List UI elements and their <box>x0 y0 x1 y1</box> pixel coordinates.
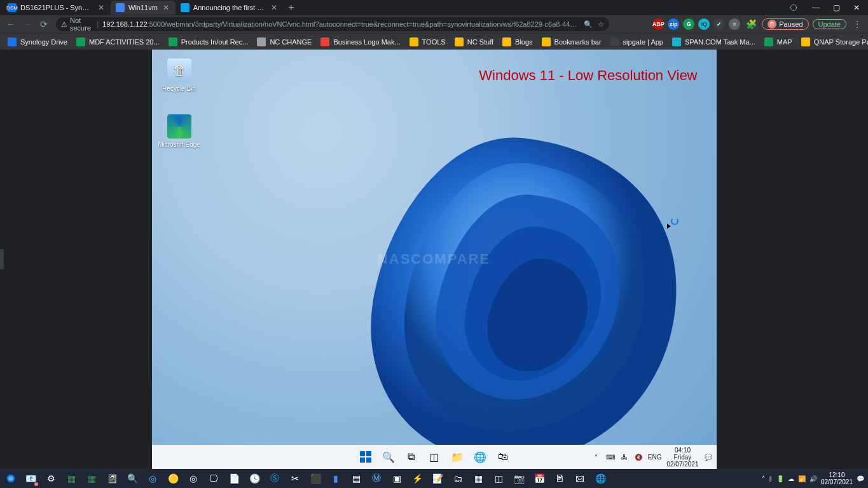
bookmark-item[interactable]: MAP <box>761 36 796 48</box>
win11-search-button[interactable]: 🔍 <box>379 447 398 466</box>
host-taskbar-app[interactable]: 🗂 <box>448 470 468 487</box>
bookmark-folder[interactable]: NC Stuff <box>451 36 497 48</box>
host-taskbar-app[interactable]: 🌐 <box>590 470 610 487</box>
host-taskbar-app[interactable]: ✂ <box>285 470 305 487</box>
extension-abp-icon[interactable]: ABP <box>652 18 664 30</box>
host-taskbar-app[interactable]: ◎ <box>142 470 163 487</box>
bookmark-item[interactable]: Synology Drive <box>4 36 71 48</box>
host-taskbar-app[interactable]: 📷 <box>509 470 529 487</box>
host-taskbar-app[interactable]: 🕓 <box>244 470 265 487</box>
host-taskbar-app[interactable]: ▦ <box>468 470 488 487</box>
win11-edge-button[interactable]: 🌐 <box>471 447 490 466</box>
reload-button[interactable]: ⟳ <box>37 17 51 31</box>
host-taskbar-app[interactable]: Ⓢ <box>265 470 285 487</box>
new-tab-button[interactable]: + <box>284 0 299 15</box>
update-button[interactable]: Update <box>813 19 846 29</box>
bookmark-item[interactable]: SPAN.COM Task Ma... <box>668 36 759 48</box>
volume-icon[interactable]: 🔇 <box>634 452 643 461</box>
desktop-icon-edge[interactable]: Microsoft Edge <box>157 114 202 148</box>
browser-tab[interactable]: DSM DS1621PLUS - Synology NAS ✕ <box>3 1 111 15</box>
host-system-tray[interactable]: ˄ ᛒ 🔋 ☁ 📶 🔊 12:10 02/07/2021 💬 <box>762 471 867 485</box>
win11-store-button[interactable]: 🛍 <box>493 447 513 466</box>
bookmark-item[interactable]: NC CHANGE <box>253 36 315 48</box>
win11-start-button[interactable] <box>356 447 375 466</box>
host-taskbar-app[interactable]: ⚡ <box>407 470 427 487</box>
host-taskbar-app[interactable]: ◫ <box>488 470 509 487</box>
extension-icon[interactable]: G <box>683 18 694 30</box>
close-icon[interactable]: ✕ <box>270 3 279 12</box>
host-taskbar-app[interactable]: 📧 <box>20 470 41 487</box>
host-taskbar-app[interactable]: 🖂 <box>570 470 590 487</box>
forward-button[interactable]: → <box>20 17 34 31</box>
volume-icon[interactable]: 🔊 <box>809 475 817 482</box>
browser-tab[interactable]: Announcing the first Insider Prev ✕ <box>176 1 284 15</box>
host-taskbar-app[interactable]: ⬛ <box>305 470 326 487</box>
action-center-icon[interactable]: 💬 <box>857 475 864 482</box>
host-taskbar-app[interactable]: ⚙ <box>41 470 61 487</box>
profile-paused-pill[interactable]: R Paused <box>762 18 808 30</box>
wifi-icon[interactable]: 📶 <box>798 475 806 482</box>
host-taskbar-chrome[interactable]: 🟡 <box>163 470 183 487</box>
security-indicator[interactable]: ⚠ Not secure | <box>61 17 99 32</box>
address-bar[interactable]: ⚠ Not secure | 192.168.1.122:5000/webman… <box>56 17 609 31</box>
host-taskbar-app[interactable]: ◎ <box>183 470 203 487</box>
extension-icon[interactable]: ✓ <box>713 18 725 30</box>
host-start-button[interactable] <box>1 469 20 488</box>
bookmark-item[interactable]: Business Logo Mak... <box>317 36 404 48</box>
win11-taskview-button[interactable]: ⧉ <box>402 447 421 466</box>
host-taskbar-app[interactable]: ▮ <box>326 470 346 487</box>
close-icon[interactable]: ✕ <box>97 3 106 12</box>
chrome-menu-button[interactable]: ⋮ <box>850 17 864 31</box>
network-icon[interactable]: 🖧 <box>620 452 629 461</box>
battery-icon[interactable]: 🔋 <box>776 475 784 482</box>
bluetooth-icon[interactable]: ᛒ <box>769 475 773 482</box>
host-search-button[interactable]: 🔍 <box>122 470 142 487</box>
host-taskbar-app[interactable]: 📅 <box>529 470 549 487</box>
win11-widgets-button[interactable]: ◫ <box>425 447 444 466</box>
win11-explorer-button[interactable]: 📁 <box>448 447 467 466</box>
minimize-button[interactable]: — <box>807 1 825 14</box>
extensions-button[interactable]: 🧩 <box>744 17 758 31</box>
host-taskbar-app[interactable]: 📓 <box>102 470 122 487</box>
host-taskbar-app[interactable]: 📝 <box>427 470 448 487</box>
tray-overflow-icon[interactable]: ˄ <box>592 452 601 461</box>
onedrive-icon[interactable]: ☁ <box>788 475 794 482</box>
zoom-icon[interactable]: 🔍 <box>584 20 593 29</box>
back-button[interactable]: ← <box>4 17 18 31</box>
browser-tab[interactable]: Win11vm ✕ <box>111 1 176 15</box>
tab-search-icon[interactable] <box>790 4 797 11</box>
host-taskbar-app[interactable]: Ⓜ <box>366 470 387 487</box>
bookmark-item[interactable]: QNAP Storage Perf... <box>797 36 868 48</box>
host-taskbar-app[interactable]: ▤ <box>346 470 366 487</box>
host-taskbar-app[interactable]: ▣ <box>387 470 407 487</box>
notifications-icon[interactable]: 💬 <box>704 452 713 461</box>
win11-clock[interactable]: 04:10 Friday 02/07/2021 <box>666 447 698 468</box>
language-indicator[interactable]: ENG <box>648 454 662 461</box>
bookmark-item[interactable]: sipgate | App <box>607 36 667 48</box>
maximize-button[interactable]: ▢ <box>827 1 845 14</box>
bookmark-folder[interactable]: TOOLS <box>406 36 450 48</box>
extension-icon[interactable]: zip <box>668 18 679 30</box>
host-taskbar-app[interactable]: 🖹 <box>549 470 570 487</box>
bookmark-item[interactable]: MDF ACTIVITIES 20... <box>72 36 163 48</box>
bookmark-item[interactable]: Products In/out Rec... <box>165 36 252 48</box>
extension-icon[interactable]: ≡ <box>729 18 740 30</box>
win11-system-tray[interactable]: ˄ ⌨ 🖧 🔇 ENG 04:10 Friday 02/07/2021 💬 <box>592 447 713 468</box>
clock-date: 02/07/2021 <box>666 461 698 468</box>
bookmark-folder[interactable]: Blogs <box>499 36 537 48</box>
extension-icon[interactable]: IQ <box>698 18 710 30</box>
bookmark-folder[interactable]: Bookmarks bar <box>538 36 605 48</box>
host-taskbar-app[interactable]: 📄 <box>224 470 244 487</box>
host-taskbar-app[interactable]: ▦ <box>61 470 81 487</box>
win11-desktop[interactable]: NASCOMPARE Windows 11 - Low Resolution V… <box>152 50 717 469</box>
tray-overflow-icon[interactable]: ˄ <box>762 475 765 482</box>
host-taskbar-app[interactable]: 🖵 <box>203 470 224 487</box>
novnc-panel-handle[interactable] <box>0 249 4 269</box>
close-window-button[interactable]: ✕ <box>848 1 865 14</box>
host-clock[interactable]: 12:10 02/07/2021 <box>821 471 853 485</box>
keyboard-icon[interactable]: ⌨ <box>606 452 615 461</box>
host-taskbar-app[interactable]: ▦ <box>81 470 102 487</box>
bookmark-star-icon[interactable]: ☆ <box>598 20 604 29</box>
desktop-icon-recycle-bin[interactable]: 🗑 Recycle Bin <box>157 58 202 92</box>
close-icon[interactable]: ✕ <box>162 3 170 12</box>
